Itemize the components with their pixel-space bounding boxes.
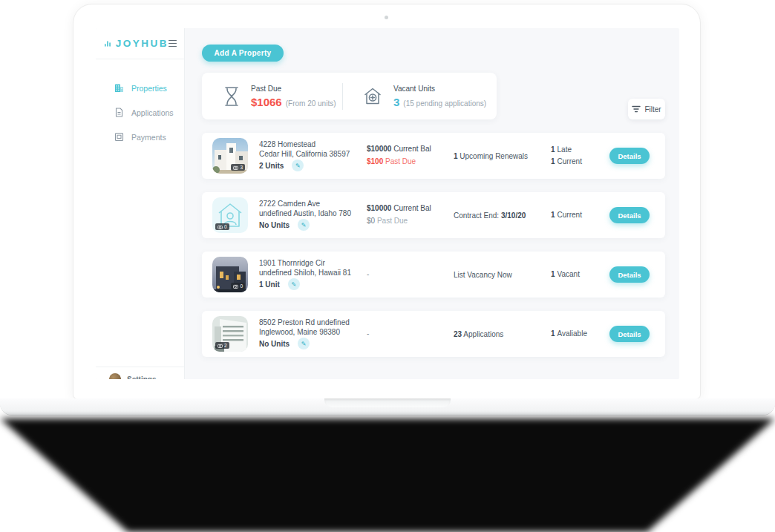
sidebar-item-applications[interactable]: Applications	[96, 100, 184, 125]
units-count: No Units	[259, 221, 290, 229]
property-row: 3 4228 Homestead Cedar Hill, California …	[202, 133, 665, 179]
property-address: 4228 Homestead Cedar Hill, California 38…	[259, 139, 374, 159]
camera-icon	[233, 165, 238, 170]
property-photo: 0	[212, 257, 248, 292]
status-column: 1Late 1Current	[551, 144, 582, 168]
settings-label: Settings	[127, 375, 156, 380]
sidebar-item-properties[interactable]: Properties	[96, 76, 184, 100]
info-column: List Vacancy Now	[454, 271, 546, 279]
property-row: 0 2722 Camden Ave undefined Austin, Idah…	[202, 192, 665, 238]
details-button[interactable]: Details	[609, 326, 650, 342]
camera-icon	[218, 344, 223, 348]
edit-pencil-icon[interactable]: ✎	[298, 338, 310, 349]
details-button[interactable]: Details	[609, 148, 650, 164]
laptop-lid: JOYHUB	[73, 4, 701, 399]
property-row: 0 1901 Thornridge Cir undefined Shiloh, …	[202, 252, 665, 298]
units-count: 1 Unit	[259, 280, 280, 289]
vacant-units-label: Vacant Units	[393, 85, 486, 93]
sidebar-item-label: Applications	[131, 108, 174, 117]
property-photo: 2	[212, 316, 248, 352]
camera-icon	[218, 225, 223, 229]
building-icon	[114, 83, 124, 93]
filter-label: Filter	[644, 105, 661, 114]
webcam-dot-icon	[385, 16, 388, 19]
balance-column: $10000 Current Bal $0 Past Due	[367, 202, 431, 227]
payment-terminal-icon	[114, 132, 124, 142]
sidebar-item-label: Properties	[131, 84, 167, 93]
property-address: 1901 Thornridge Cir undefined Shiloh, Ha…	[259, 258, 374, 278]
edit-pencil-icon[interactable]: ✎	[288, 278, 300, 290]
funnel-icon	[632, 105, 641, 113]
info-column: Contract End: 3/10/20	[454, 211, 546, 220]
laptop-base	[0, 398, 775, 415]
sidebar-item-payments[interactable]: Payments	[96, 125, 184, 149]
photo-count-badge: 2	[215, 342, 229, 349]
hamburger-icon[interactable]	[169, 40, 177, 47]
app-screen: JOYHUB	[96, 28, 679, 379]
property-list: 3 4228 Homestead Cedar Hill, California …	[202, 133, 665, 370]
main-panel: Add A Property Past Due $1066 (From 20 u…	[185, 28, 679, 379]
hourglass-icon	[223, 86, 240, 107]
photo-count-badge: 0	[231, 283, 245, 289]
past-due-summary: Past Due $1066 (From 20 units)	[202, 85, 342, 108]
document-icon	[114, 108, 124, 117]
filter-button[interactable]: Filter	[628, 99, 665, 119]
details-button[interactable]: Details	[609, 266, 650, 283]
info-column: 23 Applications	[454, 330, 546, 338]
add-property-button[interactable]: Add A Property	[202, 45, 284, 62]
house-plus-icon	[363, 87, 382, 105]
balance-column: $10000 Current Bal $100 Past Due	[367, 142, 431, 168]
photo-count-badge: 3	[231, 164, 245, 171]
sidebar-item-label: Payments	[131, 133, 166, 142]
sidebar: JOYHUB	[96, 28, 185, 379]
past-due-label: Past Due	[251, 85, 336, 93]
details-button[interactable]: Details	[609, 207, 650, 223]
property-address: 2722 Camden Ave undefined Austin, Idaho …	[259, 199, 374, 218]
vacant-units-summary: Vacant Units 3 (15 pending applications)	[343, 85, 486, 108]
status-column: 1Avaliable	[551, 328, 587, 340]
vacant-units-count: 3	[393, 96, 399, 108]
balance-column: -	[367, 261, 369, 280]
camera-icon	[233, 284, 238, 289]
laptop-mockup: JOYHUB	[0, 0, 775, 532]
avatar	[109, 373, 121, 379]
edit-pencil-icon[interactable]: ✎	[292, 160, 304, 171]
property-photo-placeholder: 0	[212, 197, 248, 233]
units-count: 2 Units	[259, 162, 284, 170]
logo-row: JOYHUB	[96, 28, 184, 59]
edit-pencil-icon[interactable]: ✎	[298, 219, 310, 231]
logo-text: JOYHUB	[116, 38, 169, 49]
sidebar-item-settings[interactable]: Settings	[96, 367, 184, 379]
balance-column: -	[367, 321, 369, 340]
units-count: No Units	[259, 340, 290, 348]
status-column: 1Vacant	[551, 269, 580, 280]
laptop-notch	[324, 398, 451, 407]
joyhub-logo-icon	[105, 38, 111, 50]
past-due-note: (From 20 units)	[286, 99, 336, 108]
past-due-amount: $1066	[251, 96, 282, 108]
sidebar-nav: Properties Applications	[96, 59, 184, 149]
info-column: 1 Upcoming Renewals	[454, 152, 546, 160]
property-photo: 3	[212, 138, 248, 174]
summary-card: Past Due $1066 (From 20 units)	[202, 73, 497, 119]
vacant-units-note: (15 pending applications)	[403, 99, 486, 108]
laptop-shadow	[0, 415, 775, 532]
photo-count-badge: 0	[215, 223, 229, 230]
status-column: 1Current	[551, 209, 582, 221]
property-row: 2 8502 Preston Rd undefined Inglewood, M…	[202, 311, 665, 357]
property-address: 8502 Preston Rd undefined Inglewood, Mai…	[259, 318, 374, 337]
